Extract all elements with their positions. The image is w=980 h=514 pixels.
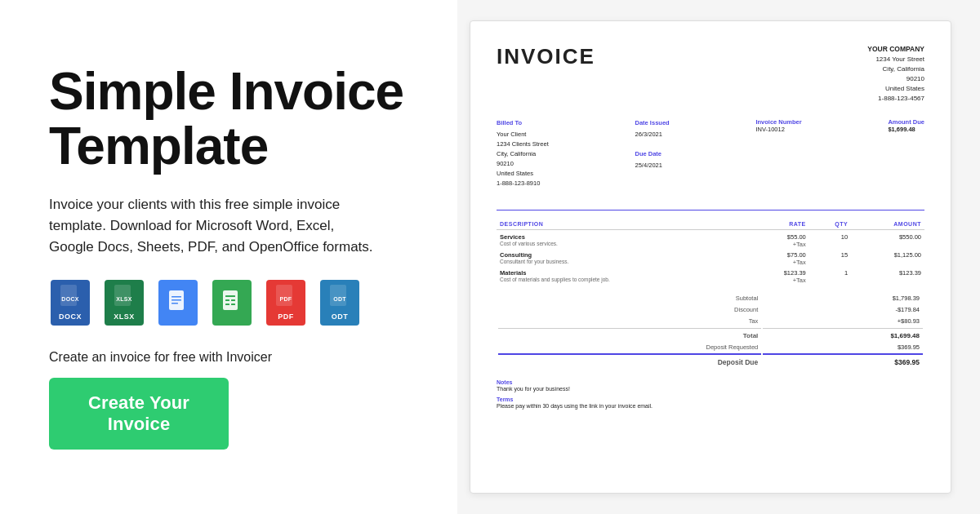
invoice-notes: Notes Thank you for your business! xyxy=(497,379,924,392)
deposit-requested-value: $369.95 xyxy=(763,342,923,352)
svg-rect-9 xyxy=(225,295,235,297)
client-addr1: 1234 Clients Street xyxy=(497,140,549,149)
table-header-row: DESCRIPTION RATE QTY AMOUNT xyxy=(497,219,924,230)
invoice-header: INVOICE YOUR COMPANY 1234 Your Street Ci… xyxy=(497,44,924,104)
svg-text:PDF: PDF xyxy=(280,296,292,302)
format-pdf[interactable]: PDF PDF xyxy=(265,278,307,327)
invoice-number-value: INV-10012 xyxy=(755,126,801,133)
company-info: YOUR COMPANY 1234 Your Street City, Cali… xyxy=(867,44,924,104)
deposit-requested-label: Deposit Requested xyxy=(498,342,761,352)
subtotal-value: $1,798.39 xyxy=(763,294,923,304)
subtotal-label: Subtotal xyxy=(498,294,761,304)
item-1-rate: $55.00+Tax xyxy=(747,229,809,248)
item-2-rate: $75.00+Tax xyxy=(747,248,809,266)
date-issued-value: 26/3/2021 xyxy=(635,130,670,140)
table-row: Consulting Consultant for your business.… xyxy=(497,248,924,266)
deposit-due-label: Deposit Due xyxy=(498,353,761,368)
svg-rect-0 xyxy=(60,285,77,306)
create-invoice-button[interactable]: Create Your Invoice xyxy=(49,378,229,450)
svg-rect-5 xyxy=(172,296,181,298)
item-2-qty: 15 xyxy=(809,248,851,266)
amount-due: Amount Due $1,699.48 xyxy=(888,118,924,188)
svg-text:DOCX: DOCX xyxy=(61,296,78,302)
svg-rect-7 xyxy=(172,303,178,304)
right-panel: INVOICE YOUR COMPANY 1234 Your Street Ci… xyxy=(457,0,980,514)
invoice-number: Invoice Number INV-10012 xyxy=(755,118,801,188)
billed-to-label: Billed To xyxy=(497,118,549,128)
svg-rect-10 xyxy=(225,299,229,301)
client-name: Your Client xyxy=(497,130,549,140)
item-1-qty: 10 xyxy=(809,229,851,248)
gsheet-icon xyxy=(220,289,244,317)
company-phone: 1-888-123-4567 xyxy=(867,94,924,104)
due-date-value: 25/4/2021 xyxy=(635,161,670,171)
svg-rect-11 xyxy=(231,299,235,301)
amount-due-label: Amount Due xyxy=(888,118,924,126)
svg-rect-2 xyxy=(114,285,131,306)
billed-to: Billed To Your Client 1234 Clients Stree… xyxy=(497,118,549,188)
invoice-totals: Subtotal $1,798.39 Discount -$179.84 Tax… xyxy=(497,292,924,370)
total-label: Total xyxy=(498,328,761,341)
client-addr4: United States xyxy=(497,169,549,179)
svg-text:XLSX: XLSX xyxy=(116,296,132,302)
docx-icon: DOCX xyxy=(59,285,82,311)
format-odt[interactable]: ODT ODT xyxy=(318,278,361,327)
discount-label: Discount xyxy=(498,305,761,315)
notes-label: Notes xyxy=(497,379,924,385)
discount-value: -$179.84 xyxy=(763,305,923,315)
item-3-rate: $123.39+Tax xyxy=(747,266,809,284)
client-addr2: City, California xyxy=(497,149,549,159)
company-address3: 90210 xyxy=(867,74,924,84)
tax-label: Tax xyxy=(498,317,761,326)
deposit-requested-row: Deposit Requested $369.95 xyxy=(498,342,923,352)
col-description: DESCRIPTION xyxy=(497,219,747,230)
due-date-label: Due Date xyxy=(635,149,670,159)
total-row: Total $1,699.48 xyxy=(498,328,923,341)
left-panel: Simple Invoice Template Invoice your cli… xyxy=(0,0,457,514)
tax-row: Tax +$80.93 xyxy=(498,317,923,326)
format-gdoc[interactable] xyxy=(157,278,199,327)
invoice-meta: Billed To Your Client 1234 Clients Stree… xyxy=(497,118,924,198)
invoice-terms: Terms Please pay within 30 days using th… xyxy=(497,397,924,409)
tax-value: +$80.93 xyxy=(763,317,923,326)
svg-rect-8 xyxy=(223,290,238,310)
col-amount: AMOUNT xyxy=(851,219,924,230)
terms-value: Please pay within 30 days using the link… xyxy=(497,403,924,409)
company-address2: City, California xyxy=(867,64,924,74)
invoice-number-label: Invoice Number xyxy=(755,118,801,126)
odt-icon: ODT xyxy=(328,285,351,311)
xlsx-icon: XLSX xyxy=(113,285,136,311)
gdoc-icon xyxy=(166,289,190,317)
svg-rect-12 xyxy=(225,304,229,305)
format-docx[interactable]: DOCX DOCX xyxy=(49,278,91,327)
date-issued-label: Date Issued xyxy=(635,118,670,128)
svg-text:ODT: ODT xyxy=(333,296,346,302)
client-phone: 1-888-123-8910 xyxy=(497,179,549,188)
col-qty: QTY xyxy=(809,219,851,230)
main-title: Simple Invoice Template xyxy=(49,64,408,174)
invoice-title: INVOICE xyxy=(497,44,595,69)
totals-table: Subtotal $1,798.39 Discount -$179.84 Tax… xyxy=(497,292,924,370)
format-gsheet[interactable] xyxy=(211,278,253,327)
item-3-qty: 1 xyxy=(809,266,851,284)
item-1-amount: $550.00 xyxy=(851,229,924,248)
docx-label: DOCX xyxy=(59,312,82,321)
item-3-amount: $123.39 xyxy=(851,266,924,284)
format-icons-row: DOCX DOCX XLSX XLSX xyxy=(49,278,408,327)
item-2-amount: $1,125.00 xyxy=(851,248,924,266)
format-xlsx[interactable]: XLSX XLSX xyxy=(103,278,145,327)
item-1-desc: Services Cost of various services. xyxy=(497,229,747,248)
company-address1: 1234 Your Street xyxy=(867,55,924,64)
col-rate: RATE xyxy=(747,219,809,230)
company-name: YOUR COMPANY xyxy=(867,44,924,55)
description: Invoice your clients with this free simp… xyxy=(49,194,376,259)
invoice-preview: INVOICE YOUR COMPANY 1234 Your Street Ci… xyxy=(470,20,951,494)
svg-rect-13 xyxy=(231,304,235,305)
deposit-due-value: $369.95 xyxy=(763,353,923,368)
svg-rect-14 xyxy=(276,285,292,306)
item-2-desc: Consulting Consultant for your business. xyxy=(497,248,747,266)
odt-label: ODT xyxy=(332,312,349,321)
subtotal-row: Subtotal $1,798.39 xyxy=(498,294,923,304)
svg-rect-16 xyxy=(330,285,346,306)
xlsx-label: XLSX xyxy=(114,312,135,321)
